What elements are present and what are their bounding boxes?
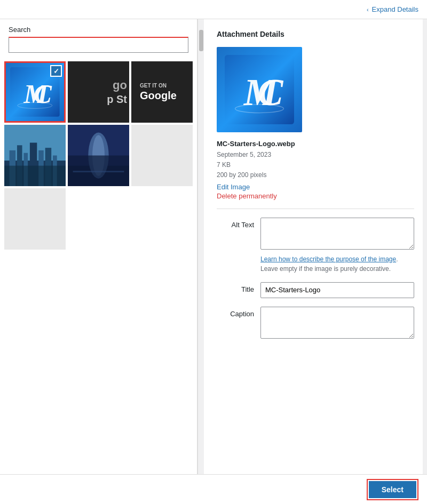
chevron-left-icon: ‹ (367, 6, 369, 13)
media-item-blank-2[interactable] (4, 188, 66, 250)
attachment-thumbnail-svg: M C (225, 55, 294, 124)
city-bg (4, 125, 66, 186)
title-control (260, 282, 414, 298)
title-label: Title (217, 282, 254, 293)
scrollbar-thumb (199, 30, 203, 51)
alt-text-help: Learn how to describe the purpose of the… (260, 254, 414, 274)
google-inner: GET IT ON Google (136, 78, 181, 106)
select-button-wrapper: Select (367, 479, 418, 500)
expand-details-label: Expand Details (372, 5, 418, 13)
attachment-date: September 5, 2023 (217, 150, 414, 160)
delete-permanently-link[interactable]: Delete permanently (217, 192, 414, 200)
media-item-blank-1[interactable] (131, 125, 193, 186)
search-label: Search (9, 26, 188, 34)
bottom-spacer (217, 349, 414, 381)
media-item-partial-1[interactable]: go p St (68, 61, 129, 123)
divider (217, 209, 414, 209)
google-text-2: Google (140, 90, 177, 102)
media-item-building[interactable] (68, 125, 129, 186)
title-input[interactable] (260, 282, 414, 298)
svg-rect-13 (4, 166, 66, 186)
attachment-size: 7 KB (217, 160, 414, 170)
bottom-bar: Select (0, 474, 427, 504)
media-grid: M C ✓ go p St (0, 57, 197, 504)
caption-textarea[interactable] (260, 307, 414, 339)
building-bg (68, 125, 129, 186)
right-scrollbar[interactable] (423, 19, 427, 504)
svg-text:C: C (34, 79, 52, 109)
google-text-1: GET IT ON (140, 83, 177, 89)
attachment-thumbnail: M C (217, 47, 302, 132)
caption-label: Caption (217, 307, 254, 318)
main-layout: Search (0, 19, 427, 504)
alt-text-help-link[interactable]: Learn how to describe the purpose of the… (260, 255, 396, 263)
left-panel-scrollbar[interactable]: ▼ (197, 19, 204, 504)
attachment-dimensions: 200 by 200 pixels (217, 170, 414, 180)
edit-image-link[interactable]: Edit Image (217, 183, 414, 191)
partial-text-1: go p St (107, 78, 127, 105)
alt-text-control: Learn how to describe the purpose of the… (260, 218, 414, 274)
caption-field-row: Caption (217, 307, 414, 340)
right-panel: Attachment Details M C MC-Starters-Logo. (204, 19, 427, 504)
media-item-google[interactable]: GET IT ON Google (131, 61, 193, 123)
alt-text-field-row: Alt Text Learn how to describe the purpo… (217, 218, 414, 274)
media-item-city[interactable] (4, 125, 66, 186)
building-svg (68, 125, 129, 186)
caption-control (260, 307, 414, 340)
top-bar: ‹ Expand Details (0, 0, 427, 19)
city-svg (4, 125, 66, 186)
search-section: Search (0, 19, 197, 57)
partial-inner-1: go p St (68, 61, 129, 123)
blank-inner-1 (131, 125, 193, 186)
left-panel: Search (0, 19, 197, 504)
svg-text:C: C (258, 71, 284, 113)
alt-text-textarea[interactable] (260, 218, 414, 250)
attachment-filename: MC-Starters-Logo.webp (217, 140, 414, 148)
media-item-mc-logo[interactable]: M C ✓ (4, 61, 66, 123)
alt-text-label: Alt Text (217, 218, 254, 229)
attachment-details-title: Attachment Details (217, 30, 414, 38)
blank-inner-2 (4, 188, 66, 250)
title-field-row: Title (217, 282, 414, 298)
attachment-meta: MC-Starters-Logo.webp September 5, 2023 … (217, 140, 414, 200)
svg-rect-19 (73, 171, 124, 172)
selected-check-badge: ✓ (50, 65, 62, 77)
select-button[interactable]: Select (369, 481, 416, 498)
expand-details-button[interactable]: ‹ Expand Details (367, 5, 418, 13)
search-input[interactable] (9, 37, 188, 53)
